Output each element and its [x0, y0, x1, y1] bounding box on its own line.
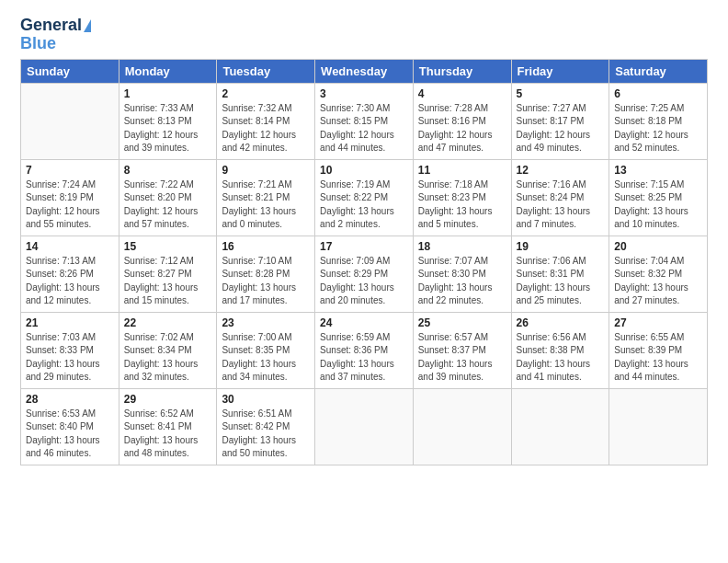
day-detail: Sunrise: 7:10 AM Sunset: 8:28 PM Dayligh…: [222, 255, 310, 308]
calendar-cell: [609, 388, 708, 465]
day-detail: Sunrise: 7:33 AM Sunset: 8:13 PM Dayligh…: [124, 102, 212, 155]
calendar-cell: 15Sunrise: 7:12 AM Sunset: 8:27 PM Dayli…: [119, 236, 217, 312]
day-detail: Sunrise: 7:16 AM Sunset: 8:24 PM Dayligh…: [517, 178, 605, 232]
calendar-cell: 17Sunrise: 7:09 AM Sunset: 8:29 PM Dayli…: [315, 236, 414, 312]
logo-blue: Blue: [20, 35, 56, 53]
day-number: 3: [320, 87, 408, 100]
day-detail: Sunrise: 7:19 AM Sunset: 8:22 PM Dayligh…: [320, 178, 408, 232]
calendar-cell: 9Sunrise: 7:21 AM Sunset: 8:21 PM Daylig…: [217, 159, 315, 236]
day-number: 20: [614, 240, 702, 253]
calendar-cell: 14Sunrise: 7:13 AM Sunset: 8:26 PM Dayli…: [21, 236, 119, 312]
calendar-week-4: 28Sunrise: 6:53 AM Sunset: 8:40 PM Dayli…: [21, 388, 708, 465]
calendar: SundayMondayTuesdayWednesdayThursdayFrid…: [20, 59, 708, 465]
day-number: 29: [124, 393, 212, 406]
day-detail: Sunrise: 6:59 AM Sunset: 8:36 PM Dayligh…: [320, 331, 408, 385]
day-detail: Sunrise: 7:18 AM Sunset: 8:23 PM Dayligh…: [418, 178, 506, 232]
day-number: 11: [418, 164, 506, 177]
day-number: 25: [418, 316, 506, 329]
calendar-cell: 3Sunrise: 7:30 AM Sunset: 8:15 PM Daylig…: [315, 83, 414, 159]
day-number: 23: [222, 316, 310, 329]
day-number: 1: [124, 87, 212, 100]
day-detail: Sunrise: 7:13 AM Sunset: 8:26 PM Dayligh…: [26, 255, 114, 308]
day-number: 27: [614, 316, 702, 329]
calendar-cell: [21, 83, 119, 159]
day-number: 17: [320, 240, 408, 253]
header: General Blue: [20, 17, 708, 53]
day-detail: Sunrise: 7:00 AM Sunset: 8:35 PM Dayligh…: [222, 331, 310, 385]
day-number: 7: [26, 164, 114, 177]
calendar-cell: [413, 388, 511, 465]
day-detail: Sunrise: 7:30 AM Sunset: 8:15 PM Dayligh…: [320, 102, 408, 155]
day-number: 4: [418, 87, 506, 100]
calendar-cell: 26Sunrise: 6:56 AM Sunset: 8:38 PM Dayli…: [511, 312, 609, 388]
calendar-cell: 21Sunrise: 7:03 AM Sunset: 8:33 PM Dayli…: [21, 312, 119, 388]
calendar-cell: 8Sunrise: 7:22 AM Sunset: 8:20 PM Daylig…: [119, 159, 217, 236]
calendar-cell: 6Sunrise: 7:25 AM Sunset: 8:18 PM Daylig…: [609, 83, 708, 159]
day-number: 10: [320, 164, 408, 177]
day-detail: Sunrise: 7:04 AM Sunset: 8:32 PM Dayligh…: [614, 255, 702, 308]
logo: General Blue: [20, 17, 91, 53]
day-number: 30: [222, 393, 310, 406]
day-detail: Sunrise: 7:21 AM Sunset: 8:21 PM Dayligh…: [222, 178, 310, 232]
day-detail: Sunrise: 6:52 AM Sunset: 8:41 PM Dayligh…: [124, 408, 212, 461]
col-header-tuesday: Tuesday: [217, 59, 315, 83]
calendar-cell: 22Sunrise: 7:02 AM Sunset: 8:34 PM Dayli…: [119, 312, 217, 388]
day-detail: Sunrise: 6:57 AM Sunset: 8:37 PM Dayligh…: [418, 331, 506, 385]
day-number: 26: [517, 316, 605, 329]
page: General Blue SundayMondayTuesdayWednesda…: [0, 0, 728, 563]
day-detail: Sunrise: 7:02 AM Sunset: 8:34 PM Dayligh…: [124, 331, 212, 385]
day-number: 24: [320, 316, 408, 329]
calendar-week-1: 7Sunrise: 7:24 AM Sunset: 8:19 PM Daylig…: [21, 159, 708, 236]
day-detail: Sunrise: 6:51 AM Sunset: 8:42 PM Dayligh…: [222, 408, 310, 461]
calendar-cell: 10Sunrise: 7:19 AM Sunset: 8:22 PM Dayli…: [315, 159, 414, 236]
calendar-cell: [315, 388, 414, 465]
col-header-saturday: Saturday: [609, 59, 708, 83]
day-detail: Sunrise: 6:56 AM Sunset: 8:38 PM Dayligh…: [517, 331, 605, 385]
day-detail: Sunrise: 7:15 AM Sunset: 8:25 PM Dayligh…: [614, 178, 702, 232]
calendar-cell: 5Sunrise: 7:27 AM Sunset: 8:17 PM Daylig…: [511, 83, 609, 159]
day-detail: Sunrise: 6:55 AM Sunset: 8:39 PM Dayligh…: [614, 331, 702, 385]
day-number: 18: [418, 240, 506, 253]
day-detail: Sunrise: 7:06 AM Sunset: 8:31 PM Dayligh…: [517, 255, 605, 308]
day-number: 16: [222, 240, 310, 253]
day-number: 28: [26, 393, 114, 406]
day-detail: Sunrise: 7:32 AM Sunset: 8:14 PM Dayligh…: [222, 102, 310, 155]
day-number: 15: [124, 240, 212, 253]
col-header-wednesday: Wednesday: [315, 59, 414, 83]
day-detail: Sunrise: 7:24 AM Sunset: 8:19 PM Dayligh…: [26, 178, 114, 232]
logo-triangle-icon: [84, 19, 91, 32]
logo-general: General: [20, 17, 82, 35]
calendar-cell: 27Sunrise: 6:55 AM Sunset: 8:39 PM Dayli…: [609, 312, 708, 388]
col-header-monday: Monday: [119, 59, 217, 83]
col-header-sunday: Sunday: [21, 59, 119, 83]
day-number: 14: [26, 240, 114, 253]
calendar-cell: 2Sunrise: 7:32 AM Sunset: 8:14 PM Daylig…: [217, 83, 315, 159]
day-detail: Sunrise: 7:07 AM Sunset: 8:30 PM Dayligh…: [418, 255, 506, 308]
day-detail: Sunrise: 6:53 AM Sunset: 8:40 PM Dayligh…: [26, 408, 114, 461]
calendar-cell: [511, 388, 609, 465]
calendar-cell: 29Sunrise: 6:52 AM Sunset: 8:41 PM Dayli…: [119, 388, 217, 465]
day-number: 22: [124, 316, 212, 329]
day-number: 21: [26, 316, 114, 329]
calendar-cell: 20Sunrise: 7:04 AM Sunset: 8:32 PM Dayli…: [609, 236, 708, 312]
day-number: 13: [614, 164, 702, 177]
day-number: 19: [517, 240, 605, 253]
day-detail: Sunrise: 7:27 AM Sunset: 8:17 PM Dayligh…: [517, 102, 605, 155]
calendar-cell: 11Sunrise: 7:18 AM Sunset: 8:23 PM Dayli…: [413, 159, 511, 236]
day-number: 9: [222, 164, 310, 177]
calendar-cell: 13Sunrise: 7:15 AM Sunset: 8:25 PM Dayli…: [609, 159, 708, 236]
calendar-week-3: 21Sunrise: 7:03 AM Sunset: 8:33 PM Dayli…: [21, 312, 708, 388]
day-number: 8: [124, 164, 212, 177]
col-header-thursday: Thursday: [413, 59, 511, 83]
day-number: 2: [222, 87, 310, 100]
day-number: 5: [517, 87, 605, 100]
calendar-cell: 7Sunrise: 7:24 AM Sunset: 8:19 PM Daylig…: [21, 159, 119, 236]
calendar-cell: 19Sunrise: 7:06 AM Sunset: 8:31 PM Dayli…: [511, 236, 609, 312]
day-detail: Sunrise: 7:09 AM Sunset: 8:29 PM Dayligh…: [320, 255, 408, 308]
calendar-cell: 12Sunrise: 7:16 AM Sunset: 8:24 PM Dayli…: [511, 159, 609, 236]
day-number: 6: [614, 87, 702, 100]
day-detail: Sunrise: 7:25 AM Sunset: 8:18 PM Dayligh…: [614, 102, 702, 155]
calendar-cell: 23Sunrise: 7:00 AM Sunset: 8:35 PM Dayli…: [217, 312, 315, 388]
day-detail: Sunrise: 7:28 AM Sunset: 8:16 PM Dayligh…: [418, 102, 506, 155]
day-detail: Sunrise: 7:12 AM Sunset: 8:27 PM Dayligh…: [124, 255, 212, 308]
